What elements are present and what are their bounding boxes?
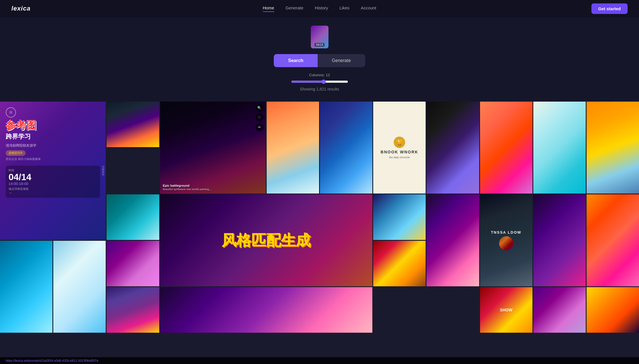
badge-row: @榴莲同学	[6, 150, 100, 156]
gallery-item-featured-left[interactable]: 混 参考图 跨界学习 混沌创商院校友游学 @榴莲同学 所在企业 南京小灿灿新媒体…	[0, 102, 106, 240]
gallery-item-tnssa[interactable]: TNSSA LDOW	[480, 194, 532, 286]
style-big-text: 风格匹配生成	[222, 231, 311, 250]
time-range: 14:00-18:00	[9, 182, 97, 186]
gallery-item-r5-3[interactable]	[533, 287, 586, 333]
gallery-item-3[interactable]	[320, 102, 372, 194]
item-subtitle: Beautiful synthwave new worlds painting,…	[163, 188, 263, 191]
nav-home[interactable]: Home	[263, 5, 274, 12]
status-url: https://lexica.art/prompt/d13a2834-a3d6-…	[6, 359, 98, 362]
logo[interactable]: lexica	[11, 5, 30, 12]
gallery-item-rabbit[interactable]: SHOW	[480, 287, 532, 333]
gallery-item-r3-3[interactable]	[426, 194, 479, 286]
gallery-item-r3-5[interactable]	[587, 194, 639, 286]
style-text-overlay: 风格匹配生成	[160, 194, 373, 286]
hero-thumbnail-row: 04/14	[311, 26, 328, 48]
gallery-item-style-match[interactable]: 风格匹配生成	[160, 194, 373, 286]
gallery-item-r4-4[interactable]	[373, 241, 426, 286]
book-title: BNOOK WNORK	[381, 150, 418, 154]
book-subtitle: the daily chronicle	[389, 156, 410, 159]
item-title: Epic battleground	[163, 184, 263, 187]
columns-label: Columns: 12	[309, 73, 330, 77]
columns-control: Columns: 12	[291, 73, 348, 84]
gallery-item-1[interactable]	[107, 102, 159, 147]
hero-section: 04/14 Search Generate Columns: 12 Showin…	[0, 17, 639, 102]
hero-buttons: Search Generate	[274, 54, 365, 67]
gallery-item-r4-2[interactable]	[53, 241, 106, 333]
side-label: 扫描报名	[101, 166, 105, 176]
gallery-item-r3-4[interactable]	[533, 194, 586, 286]
role-label: 所在企业 南京小灿灿新媒体	[6, 157, 100, 161]
heart-icon[interactable]: ♡	[256, 114, 264, 122]
gallery-item-book[interactable]: 🏆 BNOOK WNORK the daily chronicle	[373, 102, 426, 194]
gallery-item-r4-3[interactable]	[107, 241, 159, 286]
nav-generate[interactable]: Generate	[285, 5, 303, 12]
date-section: 时间 04/14 14:00-18:00 地点详细见海报 →	[6, 166, 100, 198]
active-overlay-top: 🔍 ♡ ✏	[256, 104, 264, 131]
nav-links: Home Generate History Likes Account	[263, 5, 376, 12]
gallery-item-6[interactable]	[533, 102, 586, 194]
location: 地点详细见海报	[9, 187, 97, 191]
tnssa-text: TNSSA LDOW	[491, 230, 521, 235]
thumbnail-label: 04/14	[315, 43, 324, 47]
navigation: lexica Home Generate History Likes Accou…	[0, 0, 639, 17]
item-active-overlay: 🔍 ♡ ✏ Epic battleground Beautiful synthw…	[160, 102, 266, 194]
gallery-wrapper: 混 参考图 跨界学习 混沌创商院校友游学 @榴莲同学 所在企业 南京小灿灿新媒体…	[0, 102, 639, 333]
gallery-item-r3-2[interactable]	[373, 194, 426, 240]
nav-account[interactable]: Account	[361, 5, 376, 12]
person-badge: @榴莲同学	[6, 150, 26, 156]
chinese-title: 参考图	[6, 120, 100, 131]
gallery-item-5[interactable]	[480, 102, 532, 194]
gallery-item-r5-4[interactable]	[587, 287, 639, 333]
gallery-item-2[interactable]	[267, 102, 319, 194]
nav-history[interactable]: History	[315, 5, 328, 12]
show-text: SHOW	[498, 306, 514, 314]
gallery-item-great-wall[interactable]	[587, 102, 639, 194]
gallery-grid: 混 参考图 跨界学习 混沌创商院校友游学 @榴莲同学 所在企业 南京小灿灿新媒体…	[0, 102, 639, 333]
date-display: 04/14	[9, 172, 97, 182]
search-button[interactable]: Search	[274, 54, 317, 67]
generate-button[interactable]: Generate	[318, 54, 365, 67]
search-icon[interactable]: 🔍	[256, 104, 264, 112]
arrow-icon: →	[9, 191, 97, 195]
circle-icon: 混	[6, 107, 16, 118]
edit-icon[interactable]: ✏	[256, 123, 264, 131]
gallery-item-r4-1[interactable]	[0, 241, 52, 333]
results-count: Showing 1,821 results	[300, 87, 339, 91]
gallery-item-4[interactable]	[426, 102, 479, 194]
columns-slider[interactable]	[291, 79, 348, 84]
gallery-item-epic-battleground[interactable]: 🔍 ♡ ✏ Epic battleground Beautiful synthw…	[160, 102, 266, 194]
gallery-item-r5-1[interactable]	[107, 287, 159, 333]
nav-likes[interactable]: Likes	[340, 5, 350, 12]
gallery-item-r5-2[interactable]	[160, 287, 373, 333]
gallery-item-r3-1[interactable]	[107, 194, 159, 240]
book-icon: 🏆	[394, 137, 405, 148]
status-bar: https://lexica.art/prompt/d13a2834-a3d6-…	[0, 357, 639, 364]
hero-thumbnail[interactable]: 04/14	[311, 26, 328, 48]
chinese-subtitle-1: 跨界学习	[6, 132, 100, 141]
get-started-button[interactable]: Get started	[591, 3, 628, 14]
chinese-subtitle-2: 混沌创商院校友游学	[6, 143, 100, 148]
